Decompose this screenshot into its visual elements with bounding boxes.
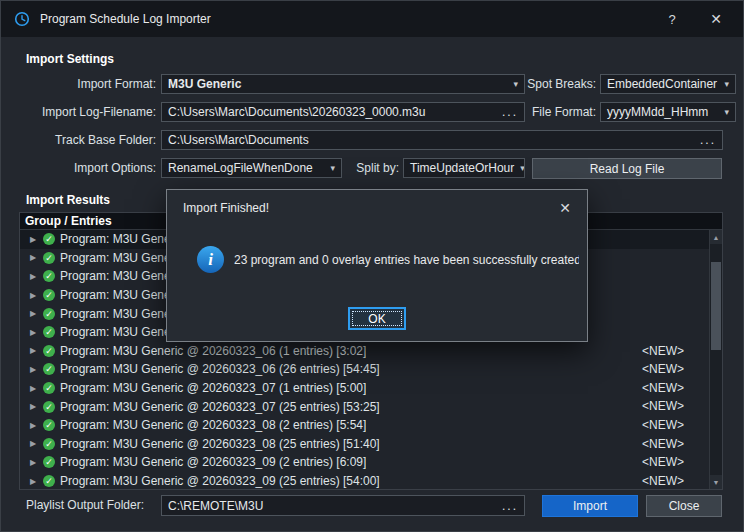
check-icon: ✓	[43, 382, 55, 394]
import-format-select[interactable]: M3U Generic ▾	[161, 74, 525, 94]
row-text: Program: M3U Generi	[60, 325, 177, 339]
track-base-folder-label: Track Base Folder:	[21, 130, 156, 150]
expand-arrow-icon[interactable]: ▶	[30, 291, 43, 300]
track-base-folder-field[interactable]: C:\Users\Marc\Documents ...	[161, 130, 723, 150]
split-by-value: TimeUpdateOrHour	[410, 161, 514, 175]
table-row[interactable]: ▶ ✓ Program: M3U Generic @ 20260323_06 (…	[20, 342, 709, 361]
playlist-output-folder-value: C:\REMOTE\M3U	[168, 499, 263, 513]
expand-arrow-icon[interactable]: ▶	[30, 477, 43, 486]
title-bar[interactable]: Program Schedule Log Importer ? ✕	[1, 1, 743, 37]
row-status: <NEW>	[642, 416, 684, 435]
ok-button[interactable]: OK	[348, 307, 406, 330]
expand-arrow-icon[interactable]: ▶	[30, 272, 43, 281]
chevron-down-icon: ▾	[514, 163, 525, 173]
import-options-label: Import Options:	[21, 158, 156, 178]
chevron-down-icon: ▾	[718, 79, 729, 89]
expand-arrow-icon[interactable]: ▶	[30, 253, 43, 262]
expand-arrow-icon[interactable]: ▶	[30, 235, 43, 244]
spot-breaks-label: Spot Breaks:	[521, 74, 596, 94]
import-settings-heading: Import Settings	[26, 52, 114, 66]
file-format-value: yyyyMMdd_HHmm	[607, 105, 708, 119]
row-text: Program: M3U Generic @ 20260323_09 (2 en…	[60, 455, 366, 469]
spot-breaks-select[interactable]: EmbeddedContainer ▾	[600, 74, 736, 94]
table-row[interactable]: ▶ ✓ Program: M3U Generic @ 20260323_08 (…	[20, 435, 709, 454]
row-status: <NEW>	[642, 397, 684, 416]
expand-arrow-icon[interactable]: ▶	[30, 402, 43, 411]
check-icon: ✓	[43, 475, 55, 487]
row-status: <NEW>	[642, 472, 684, 489]
check-icon: ✓	[43, 419, 55, 431]
vertical-scrollbar[interactable]: ▲ ▼	[709, 230, 722, 489]
import-log-filename-value: C:\Users\Marc\Documents\20260323_0000.m3…	[168, 105, 425, 119]
scrollbar-thumb[interactable]	[711, 262, 721, 350]
check-icon: ✓	[43, 326, 55, 338]
chevron-down-icon: ▾	[718, 107, 729, 117]
check-icon: ✓	[43, 270, 55, 282]
close-button[interactable]: Close	[646, 495, 722, 517]
expand-arrow-icon[interactable]: ▶	[30, 439, 43, 448]
split-by-select[interactable]: TimeUpdateOrHour ▾	[403, 158, 525, 178]
file-format-select[interactable]: yyyyMMdd_HHmm ▾	[600, 102, 736, 122]
read-log-file-button[interactable]: Read Log File	[532, 158, 722, 179]
expand-arrow-icon[interactable]: ▶	[30, 346, 43, 355]
scroll-up-icon[interactable]: ▲	[710, 230, 722, 244]
import-format-label: Import Format:	[21, 74, 156, 94]
expand-arrow-icon[interactable]: ▶	[30, 421, 43, 430]
row-text: Program: M3U Generi	[60, 307, 177, 321]
import-options-value: RenameLogFileWhenDone	[168, 161, 313, 175]
import-button[interactable]: Import	[542, 495, 638, 517]
expand-arrow-icon[interactable]: ▶	[30, 309, 43, 318]
browse-log-file-button[interactable]: ...	[496, 105, 518, 119]
import-format-value: M3U Generic	[168, 77, 241, 91]
check-icon: ✓	[43, 363, 55, 375]
check-icon: ✓	[43, 289, 55, 301]
dialog-title: Import Finished!	[183, 201, 269, 215]
row-status: <NEW>	[642, 453, 684, 472]
check-icon: ✓	[43, 456, 55, 468]
info-icon-glyph: i	[208, 250, 213, 270]
spot-breaks-value: EmbeddedContainer	[607, 77, 717, 91]
check-icon: ✓	[43, 252, 55, 264]
window-close-button[interactable]: ✕	[701, 6, 731, 32]
row-text: Program: M3U Generi	[60, 288, 177, 302]
import-log-filename-label: Import Log-Filename:	[21, 102, 156, 122]
info-icon: i	[197, 246, 224, 273]
row-text: Program: M3U Generi	[60, 232, 177, 246]
check-icon: ✓	[43, 308, 55, 320]
help-button[interactable]: ?	[657, 6, 687, 32]
browse-output-folder-button[interactable]: ...	[496, 499, 518, 513]
import-results-heading: Import Results	[26, 193, 110, 207]
check-icon: ✓	[43, 345, 55, 357]
playlist-output-folder-label: Playlist Output Folder:	[21, 495, 156, 515]
check-icon: ✓	[43, 438, 55, 450]
program-schedule-log-importer-window: Program Schedule Log Importer ? ✕ Import…	[0, 0, 744, 532]
row-status: <NEW>	[642, 435, 684, 454]
expand-arrow-icon[interactable]: ▶	[30, 384, 43, 393]
file-format-label: File Format:	[521, 102, 596, 122]
table-row[interactable]: ▶ ✓ Program: M3U Generic @ 20260323_08 (…	[20, 416, 709, 435]
table-row[interactable]: ▶ ✓ Program: M3U Generic @ 20260323_06 (…	[20, 360, 709, 379]
table-row[interactable]: ▶ ✓ Program: M3U Generic @ 20260323_07 (…	[20, 379, 709, 398]
row-text: Program: M3U Generic @ 20260323_08 (2 en…	[60, 418, 366, 432]
table-row[interactable]: ▶ ✓ Program: M3U Generic @ 20260323_09 (…	[20, 472, 709, 489]
expand-arrow-icon[interactable]: ▶	[30, 365, 43, 374]
split-by-label: Split by:	[347, 158, 399, 178]
table-row[interactable]: ▶ ✓ Program: M3U Generic @ 20260323_07 (…	[20, 397, 709, 416]
row-text: Program: M3U Generic @ 20260323_06 (1 en…	[60, 344, 366, 358]
scroll-down-icon[interactable]: ▼	[710, 475, 722, 489]
browse-base-folder-button[interactable]: ...	[694, 133, 716, 147]
dialog-close-button[interactable]: ✕	[553, 197, 577, 219]
row-text: Program: M3U Generi	[60, 251, 177, 265]
expand-arrow-icon[interactable]: ▶	[30, 328, 43, 337]
import-options-select[interactable]: RenameLogFileWhenDone ▾	[161, 158, 342, 178]
row-text: Program: M3U Generic @ 20260323_09 (25 e…	[60, 474, 380, 488]
chevron-down-icon: ▾	[324, 163, 335, 173]
table-row[interactable]: ▶ ✓ Program: M3U Generic @ 20260323_09 (…	[20, 453, 709, 472]
row-text: Program: M3U Generic @ 20260323_07 (1 en…	[60, 381, 366, 395]
row-text: Program: M3U Generic @ 20260323_06 (26 e…	[60, 362, 380, 376]
import-log-filename-field[interactable]: C:\Users\Marc\Documents\20260323_0000.m3…	[161, 102, 525, 122]
expand-arrow-icon[interactable]: ▶	[30, 458, 43, 467]
dialog-message: 23 program and 0 overlay entries have be…	[234, 253, 579, 267]
row-text: Program: M3U Generic @ 20260323_08 (25 e…	[60, 437, 380, 451]
playlist-output-folder-field[interactable]: C:\REMOTE\M3U ...	[161, 495, 525, 516]
